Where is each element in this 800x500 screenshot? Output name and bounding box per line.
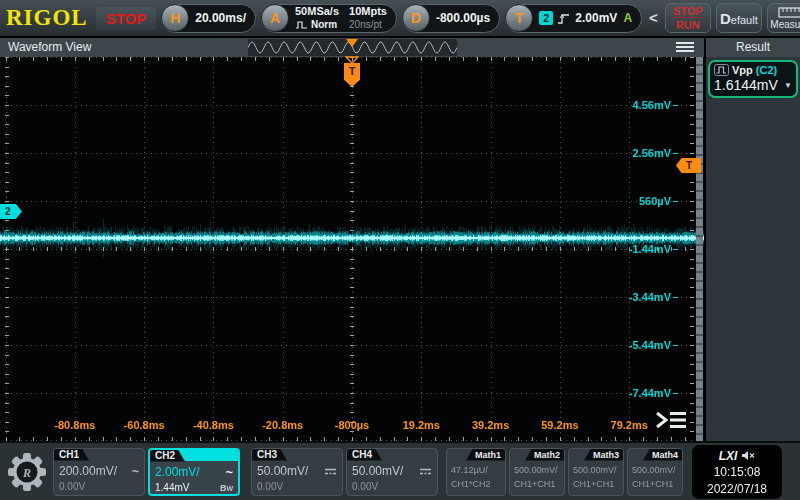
vpp-measurement-card[interactable]: Vpp (C2) 1.6144mV ▼ xyxy=(708,60,798,98)
trigger-source-badge: 2 xyxy=(539,11,553,25)
channel4-offset: 0.00V xyxy=(352,481,378,492)
waveform-canvas xyxy=(0,57,704,441)
ac-coupling-icon: ~ xyxy=(131,464,139,479)
delay-knob[interactable]: D xyxy=(402,4,430,32)
math2-card[interactable]: Math2 500.00mV/ CH1+CH1 xyxy=(509,448,565,496)
waveform-view-tabbar: Waveform View xyxy=(0,38,704,57)
overview-trigger-position-icon[interactable] xyxy=(346,39,358,47)
memory-depth-value: 10Mpts xyxy=(349,5,387,18)
math2-scale: 500.00mV/ xyxy=(514,463,560,477)
acquisition-mode-icon xyxy=(295,21,308,29)
channel2-offset: 1.44mV xyxy=(155,482,189,493)
x-axis-label: -80.8ms xyxy=(54,419,95,431)
channel4-card[interactable]: CH4 50.00mV/ 0.00V xyxy=(346,448,438,496)
acquisition-mode-value: Norm xyxy=(311,18,337,31)
channel1-offset: 0.00V xyxy=(59,481,85,492)
math1-expression: CH1*CH2 xyxy=(451,477,501,491)
math1-card[interactable]: Math1 47.12µU/ CH1*CH2 xyxy=(446,448,506,496)
math4-tab: Math4 xyxy=(643,449,682,461)
delay-value: -800.00µs xyxy=(436,11,490,25)
math1-scale: 47.12µU/ xyxy=(451,463,501,477)
waveform-overview-strip[interactable] xyxy=(248,39,457,56)
channel3-scale: 50.00mV/ xyxy=(257,464,308,478)
waveform-plot[interactable]: -80.8ms-60.8ms-40.8ms-20.8ms-800µs19.2ms… xyxy=(0,57,704,441)
x-axis-label: -20.8ms xyxy=(262,419,303,431)
math1-tab: Math1 xyxy=(466,449,505,461)
horizontal-scale-value: 20.00ms/ xyxy=(195,11,246,25)
delay-settings-group[interactable]: D -800.00µs xyxy=(402,4,500,33)
channel1-tab: CH1 xyxy=(54,449,89,461)
trigger-knob[interactable]: T xyxy=(505,4,533,32)
math4-scale: 500.00mV/ xyxy=(632,463,678,477)
horizontal-settings-group[interactable]: H 20.00ms/ xyxy=(161,4,256,33)
channel4-scale: 50.00mV/ xyxy=(352,464,403,478)
trigger-status-flag: A xyxy=(623,11,632,25)
channel1-card[interactable]: CH1 200.00mV/ ~ 0.00V xyxy=(53,448,145,496)
waveform-view-title: Waveform View xyxy=(8,40,91,54)
system-time: 10:15:08 xyxy=(692,464,782,481)
y-axis-label: 4.56mV xyxy=(632,99,671,111)
dc-coupling-icon xyxy=(419,467,432,476)
channel-status-bar: R CH1 200.00mV/ ~ 0.00V CH2 2.00mV/ ~ 1.… xyxy=(0,441,800,500)
vertical-scale-ruler[interactable] xyxy=(696,57,703,441)
math3-expression: CH1+CH1 xyxy=(573,477,619,491)
sample-interval-value: 20ns/pt xyxy=(349,18,387,31)
channel2-card[interactable]: CH2 2.00mV/ ~ 1.44mV BW xyxy=(148,448,240,496)
channel3-card[interactable]: CH3 50.00mV/ 0.00V xyxy=(251,448,343,496)
y-axis-label: 560µV xyxy=(639,195,671,207)
bandwidth-limit-badge: BW xyxy=(220,483,233,493)
ruler-icon xyxy=(778,7,800,18)
channel3-tab: CH3 xyxy=(252,449,287,461)
channel1-scale: 200.00mV/ xyxy=(59,464,117,478)
result-header: Result xyxy=(706,38,800,57)
svg-text:R: R xyxy=(22,466,31,480)
channel4-tab: CH4 xyxy=(347,449,382,461)
measurement-waveform-icon xyxy=(714,64,729,76)
trigger-level-value: 2.00mV xyxy=(575,11,617,25)
results-menu-icon[interactable] xyxy=(652,409,690,431)
default-button[interactable]: Default xyxy=(716,3,762,33)
toolbar-nav-left-icon[interactable]: < xyxy=(647,3,660,33)
mute-speaker-icon xyxy=(741,450,755,461)
hamburger-menu-icon[interactable] xyxy=(676,42,694,52)
acquire-knob[interactable]: A xyxy=(261,4,289,32)
x-axis-label: -800µs xyxy=(335,419,369,431)
vpp-label: Vpp xyxy=(732,64,753,76)
math4-expression: CH1+CH1 xyxy=(632,477,678,491)
math4-card[interactable]: Math4 500.00mV/ CH1+CH1 xyxy=(627,448,683,496)
math2-expression: CH1+CH1 xyxy=(514,477,560,491)
x-axis-label: -40.8ms xyxy=(193,419,234,431)
dc-coupling-icon xyxy=(324,467,337,476)
stop-run-button[interactable]: STOP RUN xyxy=(665,3,711,33)
lxi-label: LXI xyxy=(719,449,738,463)
clock-panel[interactable]: LXI 10:15:08 2022/07/18 xyxy=(692,445,782,499)
run-state-indicator: STOP xyxy=(96,7,157,30)
channel2-tab: CH2 xyxy=(150,450,185,462)
y-axis-label: 2.56mV xyxy=(632,147,671,159)
x-axis-label: 59.2ms xyxy=(541,419,578,431)
vpp-dropdown-icon[interactable]: ▼ xyxy=(784,81,792,90)
trigger-slope-rising-icon xyxy=(557,11,570,26)
result-sidebar: Result Vpp (C2) 1.6144mV ▼ xyxy=(706,38,800,441)
measure-button[interactable]: Measure xyxy=(767,3,800,33)
top-toolbar: RIGOL STOP H 20.00ms/ A 50MSa/s Norm 10M… xyxy=(0,0,800,36)
system-date: 2022/07/18 xyxy=(692,481,782,498)
rigol-gear-logo-icon[interactable]: R xyxy=(4,451,50,493)
vpp-value: 1.6144mV xyxy=(714,77,778,93)
channel3-offset: 0.00V xyxy=(257,481,283,492)
math3-scale: 500.00mV/ xyxy=(573,463,619,477)
trigger-position-notch-icon xyxy=(345,56,359,64)
x-axis-label: 79.2ms xyxy=(611,419,648,431)
math3-tab: Math3 xyxy=(584,449,623,461)
y-axis-label: -1.44mV xyxy=(629,243,671,255)
trigger-settings-group[interactable]: T 2 2.00mV A xyxy=(505,4,642,33)
math3-card[interactable]: Math3 500.00mV/ CH1+CH1 xyxy=(568,448,624,496)
y-axis-label: -3.44mV xyxy=(629,291,671,303)
sample-rate-value: 50MSa/s xyxy=(295,5,339,18)
oscilloscope-screen: RIGOL STOP H 20.00ms/ A 50MSa/s Norm 10M… xyxy=(0,0,800,500)
acquire-settings-group[interactable]: A 50MSa/s Norm 10Mpts 20ns/pt xyxy=(261,4,397,33)
horizontal-knob[interactable]: H xyxy=(161,4,189,32)
x-axis-label: 19.2ms xyxy=(403,419,440,431)
y-axis-label: -5.44mV xyxy=(629,339,671,351)
x-axis-label: -60.8ms xyxy=(124,419,165,431)
